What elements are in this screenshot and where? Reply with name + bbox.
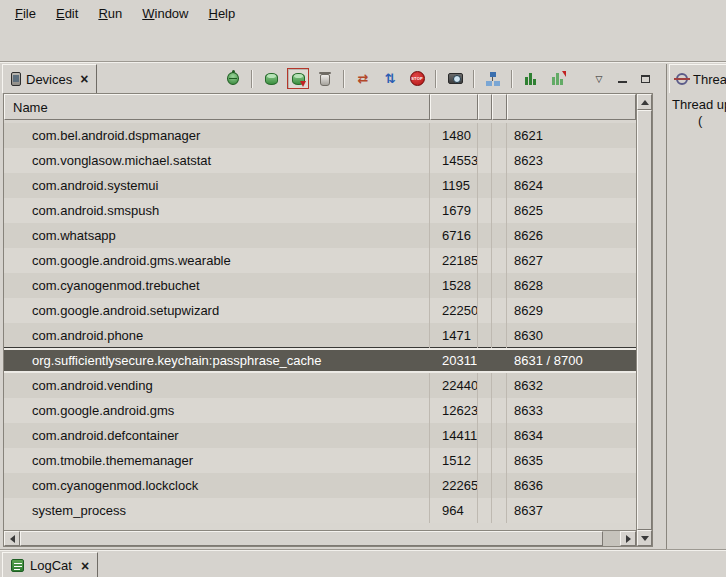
- column-header-name[interactable]: Name: [4, 94, 430, 120]
- table-row[interactable]: com.vonglasow.michael.satstat 14553 8623: [4, 148, 636, 173]
- stop-process-icon[interactable]: STOP: [406, 68, 428, 89]
- cell-empty: [492, 223, 507, 248]
- process-port: 8628: [507, 273, 636, 298]
- profiling-glyph: [524, 72, 538, 85]
- table-row[interactable]: com.android.systemui 1195 8624: [4, 173, 636, 198]
- table-row[interactable]: com.whatsapp 6716 8626: [4, 223, 636, 248]
- cell-empty: [492, 323, 507, 348]
- scroll-left-icon[interactable]: [4, 531, 20, 546]
- cell-empty: [492, 398, 507, 423]
- process-pid: 14411: [430, 423, 478, 448]
- scroll-right-icon[interactable]: [620, 531, 636, 546]
- triangle-left-glyph: [10, 535, 15, 543]
- threads-message-line2: (: [698, 113, 702, 128]
- process-port: 8633: [507, 398, 636, 423]
- close-icon[interactable]: ×: [80, 72, 88, 86]
- process-pid: 22440: [430, 373, 478, 398]
- menu-file[interactable]: File: [6, 2, 45, 25]
- view-hierarchy-icon[interactable]: [482, 68, 504, 89]
- table-row[interactable]: com.android.smspush 1679 8625: [4, 198, 636, 223]
- table-row[interactable]: com.tmobile.thememanager 1512 8635: [4, 448, 636, 473]
- table-row[interactable]: com.android.vending 22440 8632: [4, 373, 636, 398]
- scroll-up-icon[interactable]: [637, 94, 652, 110]
- process-port: 8635: [507, 448, 636, 473]
- menu-window[interactable]: Window: [133, 2, 197, 25]
- start-profiling-icon[interactable]: [547, 68, 569, 89]
- process-pid: 12623: [430, 398, 478, 423]
- cell-empty: [492, 248, 507, 273]
- cell-empty: [478, 148, 492, 173]
- triangle-up-glyph: [641, 100, 649, 105]
- dump-threads-icon[interactable]: ⇅: [379, 68, 401, 89]
- cause-gc-icon[interactable]: [314, 68, 336, 89]
- menu-run[interactable]: Run: [89, 2, 131, 25]
- stop-label: STOP: [410, 71, 425, 86]
- dump-hprof-icon[interactable]: [287, 68, 309, 89]
- process-pid: 1195: [430, 173, 478, 198]
- process-name: com.cyanogenmod.lockclock: [4, 473, 430, 498]
- tab-devices[interactable]: Devices ×: [2, 64, 97, 93]
- process-port: 8623: [507, 148, 636, 173]
- scroll-down-icon[interactable]: [637, 530, 652, 546]
- devices-table: Name com.bel.android.dspmanager 1480 862…: [3, 93, 653, 547]
- process-name: com.vonglasow.michael.satstat: [4, 148, 430, 173]
- minimize-icon[interactable]: [613, 70, 631, 88]
- process-pid: 22265: [430, 473, 478, 498]
- process-name: com.google.android.gms: [4, 398, 430, 423]
- cell-empty: [478, 448, 492, 473]
- process-port: 8624: [507, 173, 636, 198]
- process-pid: 1512: [430, 448, 478, 473]
- table-row[interactable]: com.google.android.gms 12623 8633: [4, 398, 636, 423]
- process-port: 8621: [507, 123, 636, 148]
- threads-icon: [676, 73, 688, 85]
- cell-empty: [478, 398, 492, 423]
- menu-edit[interactable]: Edit: [47, 2, 87, 25]
- table-row[interactable]: com.google.android.setupwizard 22250 862…: [4, 298, 636, 323]
- vertical-scrollbar: [636, 94, 652, 546]
- ddms-window: File Edit Run Window Help Devices × ⇄ ⇅ …: [0, 0, 726, 577]
- column-header-b[interactable]: [492, 94, 507, 120]
- triangle-down-glyph: [641, 536, 649, 541]
- table-row[interactable]: com.android.defcontainer 14411 8634: [4, 423, 636, 448]
- horizontal-scroll-thumb[interactable]: [20, 531, 603, 546]
- table-row[interactable]: com.cyanogenmod.lockclock 22265 8636: [4, 473, 636, 498]
- method-profiling-icon[interactable]: [520, 68, 542, 89]
- table-row[interactable]: system_process 964 8637: [4, 498, 636, 523]
- process-pid: 1471: [430, 323, 478, 348]
- column-header-pid[interactable]: [430, 94, 478, 120]
- process-pid: 1679: [430, 198, 478, 223]
- column-header-port[interactable]: [507, 94, 636, 120]
- cell-empty: [492, 448, 507, 473]
- cell-empty: [478, 298, 492, 323]
- process-name: com.android.defcontainer: [4, 423, 430, 448]
- debug-process-icon[interactable]: [222, 68, 244, 89]
- toolbar-separator: [511, 70, 513, 88]
- close-icon[interactable]: ×: [81, 559, 89, 573]
- tab-logcat[interactable]: LogCat ×: [2, 552, 98, 577]
- vertical-scroll-thumb[interactable]: [637, 110, 652, 530]
- table-row[interactable]: org.sufficientlysecure.keychain:passphra…: [4, 348, 636, 373]
- menu-help[interactable]: Help: [199, 2, 244, 25]
- main-toolbar: [0, 26, 726, 62]
- table-row[interactable]: com.bel.android.dspmanager 1480 8621: [4, 123, 636, 148]
- process-port: 8637: [507, 498, 636, 523]
- process-name: com.tmobile.thememanager: [4, 448, 430, 473]
- device-process-list: com.bel.android.dspmanager 1480 8621 com…: [4, 123, 636, 523]
- update-threads-icon[interactable]: ⇄: [352, 68, 374, 89]
- table-row[interactable]: com.google.android.gms.wearable 22185 86…: [4, 248, 636, 273]
- table-row[interactable]: com.android.phone 1471 8630: [4, 323, 636, 348]
- table-row[interactable]: com.cyanogenmod.trebuchet 1528 8628: [4, 273, 636, 298]
- menu-window-label: Window: [142, 6, 188, 21]
- cell-empty: [492, 298, 507, 323]
- screen-capture-icon[interactable]: [444, 68, 466, 89]
- maximize-icon[interactable]: [636, 70, 654, 88]
- cell-empty: [478, 248, 492, 273]
- column-header-a[interactable]: [478, 94, 492, 120]
- bottom-tabbar: LogCat ×: [0, 549, 726, 577]
- update-heap-icon[interactable]: [260, 68, 282, 89]
- tab-threads[interactable]: Threads: [669, 64, 726, 93]
- view-menu-chevron-icon[interactable]: ▽: [590, 70, 608, 88]
- cell-empty: [478, 123, 492, 148]
- process-pid: 1480: [430, 123, 478, 148]
- process-port: 8634: [507, 423, 636, 448]
